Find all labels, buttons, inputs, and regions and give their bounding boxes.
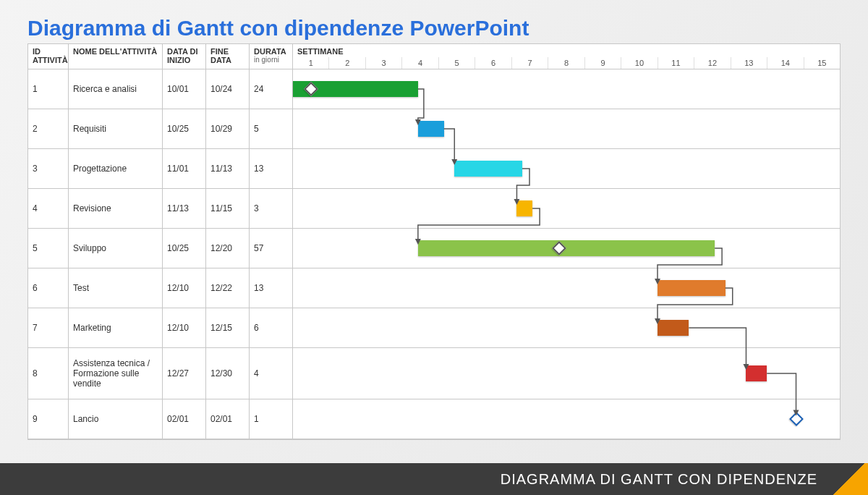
chart-area (293, 308, 840, 347)
cell-start: 10/25 (163, 109, 206, 148)
table-row: 9Lancio02/0102/011 (28, 399, 840, 439)
week-col: 6 (475, 57, 511, 69)
chart-area (293, 189, 840, 228)
week-col: 12 (694, 57, 731, 69)
cell-start: 11/13 (163, 189, 206, 228)
cell-end: 02/01 (206, 399, 250, 439)
cell-duration: 13 (250, 268, 293, 308)
cell-duration: 3 (250, 189, 293, 228)
header-name: NOME DELL'ATTIVITÀ (69, 44, 163, 69)
gantt-bar (746, 365, 767, 381)
chart-area (293, 109, 840, 148)
header-weeks: SETTIMANE (293, 44, 840, 57)
cell-duration: 5 (250, 109, 293, 148)
cell-name: Requisiti (69, 109, 163, 148)
gantt-bar (454, 161, 522, 177)
chart-area (293, 149, 840, 188)
week-col: 4 (402, 57, 438, 69)
week-col: 8 (548, 57, 584, 69)
cell-name: Marketing (69, 308, 163, 347)
cell-start: 11/01 (163, 149, 206, 188)
table-row: 2Requisiti10/2510/295 (28, 109, 840, 149)
table-row: 5Sviluppo10/2512/2057 (28, 229, 840, 268)
week-col: 13 (731, 57, 767, 69)
gantt-bar (516, 200, 532, 216)
footer-bar: DIAGRAMMA DI GANTT CON DIPENDENZE (0, 463, 868, 495)
cell-end: 12/15 (206, 308, 250, 347)
cell-name: Test (69, 268, 163, 308)
cell-id: 3 (28, 149, 69, 188)
cell-duration: 24 (250, 69, 293, 109)
table-row: 1Ricerca e analisi10/0110/2424 (28, 69, 840, 109)
cell-start: 02/01 (163, 399, 206, 439)
cell-start: 12/27 (163, 348, 206, 399)
cell-id: 1 (28, 69, 69, 109)
chart-area (293, 348, 840, 399)
cell-end: 12/20 (206, 229, 250, 268)
milestone-icon (789, 412, 804, 426)
page-title: Diagramma di Gantt con dipendenze PowerP… (27, 16, 529, 41)
week-col: 10 (621, 57, 658, 69)
week-col: 5 (439, 57, 475, 69)
gantt-bar (418, 121, 444, 137)
cell-end: 10/24 (206, 69, 250, 109)
gantt-bar (658, 320, 689, 336)
cell-id: 2 (28, 109, 69, 148)
chart-area (293, 268, 840, 308)
footer-text: DIAGRAMMA DI GANTT CON DIPENDENZE (501, 471, 817, 488)
gantt-bar (658, 280, 726, 296)
cell-name: Ricerca e analisi (69, 69, 163, 109)
cell-duration: 13 (250, 149, 293, 188)
header-duration: DURATA in giorni (250, 44, 293, 69)
cell-id: 9 (28, 399, 69, 439)
gantt-chart: ID ATTIVITÀ NOME DELL'ATTIVITÀ DATA DI I… (27, 43, 841, 440)
table-row: 6Test12/1012/2213 (28, 268, 840, 308)
cell-start: 10/25 (163, 229, 206, 268)
cell-end: 10/29 (206, 109, 250, 148)
cell-start: 10/01 (163, 69, 206, 109)
cell-name: Progettazione (69, 149, 163, 188)
cell-end: 11/13 (206, 149, 250, 188)
cell-id: 8 (28, 348, 69, 399)
cell-id: 4 (28, 189, 69, 228)
cell-id: 7 (28, 308, 69, 347)
week-col: 7 (512, 57, 548, 69)
cell-name: Revisione (69, 189, 163, 228)
week-col: 11 (658, 57, 694, 69)
gantt-rows: 1Ricerca e analisi10/0110/24242Requisiti… (28, 69, 840, 439)
week-col: 3 (366, 57, 402, 69)
cell-id: 6 (28, 268, 69, 308)
week-numbers: 123456789101112131415 (293, 57, 840, 69)
header-end: FINE DATA (206, 44, 250, 69)
cell-end: 11/15 (206, 189, 250, 228)
header-id: ID ATTIVITÀ (28, 44, 69, 69)
cell-start: 12/10 (163, 308, 206, 347)
week-col: 1 (293, 57, 329, 69)
cell-end: 12/30 (206, 348, 250, 399)
cell-duration: 1 (250, 399, 293, 439)
cell-duration: 4 (250, 348, 293, 399)
gantt-header: ID ATTIVITÀ NOME DELL'ATTIVITÀ DATA DI I… (28, 44, 840, 69)
header-start: DATA DI INIZIO (163, 44, 206, 69)
chart-area (293, 69, 840, 109)
table-row: 8Assistenza tecnica / Formazione sulle v… (28, 348, 840, 399)
chart-area (293, 399, 840, 439)
cell-id: 5 (28, 229, 69, 268)
chart-area (293, 229, 840, 268)
cell-duration: 57 (250, 229, 293, 268)
table-row: 7Marketing12/1012/156 (28, 308, 840, 348)
week-col: 2 (329, 57, 365, 69)
cell-end: 12/22 (206, 268, 250, 308)
footer-accent-icon (832, 463, 868, 495)
gantt-bar (418, 240, 715, 256)
cell-name: Lancio (69, 399, 163, 439)
week-col: 14 (767, 57, 804, 69)
table-row: 4Revisione11/1311/153 (28, 189, 840, 229)
cell-name: Sviluppo (69, 229, 163, 268)
table-row: 3Progettazione11/0111/1313 (28, 149, 840, 189)
cell-duration: 6 (250, 308, 293, 347)
cell-name: Assistenza tecnica / Formazione sulle ve… (69, 348, 163, 399)
week-col: 9 (585, 57, 621, 69)
week-col: 15 (804, 57, 840, 69)
cell-start: 12/10 (163, 268, 206, 308)
